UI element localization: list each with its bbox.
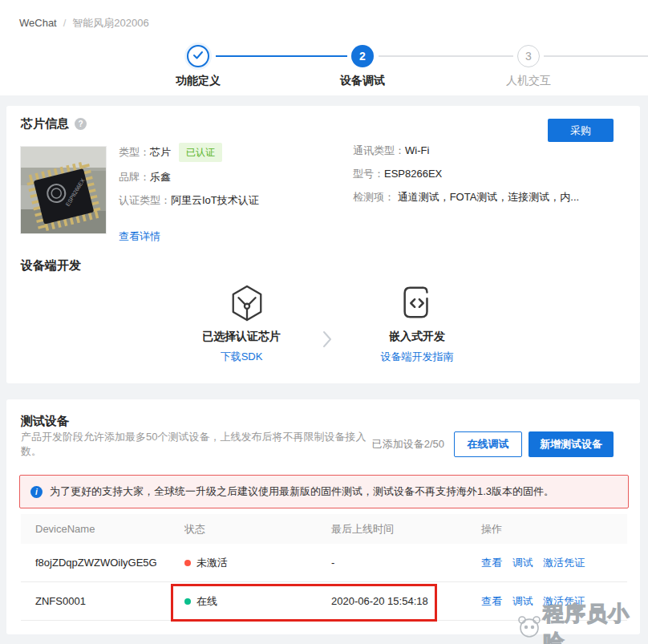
test-devices-subtitle: 产品开发阶段允许添加最多50个测试设备，上线发布后将不再限制设备接入数。 <box>21 430 372 459</box>
chip-brand-field: 品牌：乐鑫 <box>119 169 343 185</box>
test-devices-card: 测试设备 产品开发阶段允许添加最多50个测试设备，上线发布后将不再限制设备接入数… <box>6 399 640 634</box>
step-1-label: 功能定义 <box>150 74 246 88</box>
header-actions: 操作 <box>481 522 627 537</box>
breadcrumb: WeChat/智能风扇202006 <box>19 16 149 30</box>
test-devices-title: 测试设备 <box>21 414 69 429</box>
add-test-device-button[interactable]: 新增测试设备 <box>529 431 614 457</box>
table-row: ZNFS0001 在线 2020-06-20 15:54:18 查看 调试 激活… <box>21 582 627 621</box>
debug-action-link[interactable]: 调试 <box>512 595 533 607</box>
last-online-cell: - <box>331 557 481 569</box>
firmware-notice-banner: i 为了更好的支持大家，全球统一升级之后建议使用最新版的固件测试，测试设备不再支… <box>19 475 629 508</box>
device-name-cell: ZNFS0001 <box>35 595 184 607</box>
download-sdk-link[interactable]: 下载SDK <box>221 350 263 363</box>
header-status: 状态 <box>184 522 331 537</box>
breadcrumb-separator: / <box>63 17 67 29</box>
device-table: DeviceName 状态 最后上线时间 操作 f8ojZDqpZWZWOily… <box>21 514 627 621</box>
chip-fields-left: 类型：芯片已认证 品牌：乐鑫 认证类型：阿里云IoT技术认证 查看详情 <box>119 143 343 245</box>
chip-fields-right: 通讯类型：Wi-Fi 型号：ESP8266EX 检测项： 通道测试，FOTA测试… <box>353 143 626 213</box>
device-dev-guide-link[interactable]: 设备端开发指南 <box>381 350 454 363</box>
debug-action-link[interactable]: 调试 <box>512 557 533 569</box>
status-cell: 未激活 <box>184 556 331 570</box>
breadcrumb-root[interactable]: WeChat <box>19 17 57 29</box>
chip-hexagon-icon <box>229 284 265 326</box>
actions-cell: 查看 调试 激活凭证 <box>481 556 627 570</box>
view-action-link[interactable]: 查看 <box>481 595 502 607</box>
last-online-cell: 2020-06-20 15:54:18 <box>331 595 481 607</box>
step-connector-done <box>216 55 347 57</box>
table-header-row: DeviceName 状态 最后上线时间 操作 <box>21 514 627 544</box>
table-row: f8ojZDqpZWZWOilyGE5G 未激活 - 查看 调试 激活凭证 <box>21 544 627 582</box>
chip-photo: ESP8266EX <box>20 146 107 234</box>
header: WeChat/智能风扇202006 2 3 功能定义 设备调试 人机交互 <box>0 0 648 95</box>
step-connector-pending-2 <box>544 55 648 57</box>
check-icon <box>192 50 204 63</box>
chip-info-card: 芯片信息? 采购 ESP8266EX 类型：芯片已认证 <box>6 106 640 383</box>
embedded-dev-title: 嵌入式开发 <box>345 330 489 344</box>
dev-guide-wrap: 设备端开发指南 <box>345 349 489 364</box>
online-debug-button[interactable]: 在线调试 <box>454 431 522 457</box>
device-dev-title: 设备端开发 <box>21 258 81 273</box>
header-device-name: DeviceName <box>35 523 184 535</box>
certified-badge: 已认证 <box>179 143 222 162</box>
step-3-label: 人机交互 <box>480 74 577 88</box>
chip-test-items-field: 检测项： 通道测试，FOTA测试，连接测试，内... <box>353 189 626 205</box>
added-device-count: 已添加设备2/50 <box>372 437 444 452</box>
credentials-action-link[interactable]: 激活凭证 <box>543 557 585 569</box>
header-last-online: 最后上线时间 <box>331 522 481 537</box>
status-inactive-dot <box>184 560 191 566</box>
status-cell: 在线 <box>184 594 331 609</box>
test-devices-toolbar: 产品开发阶段允许添加最多50个测试设备，上线发布后将不再限制设备接入数。 已添加… <box>21 431 614 457</box>
help-icon[interactable]: ? <box>75 118 87 130</box>
chip-section-title: 芯片信息? <box>21 116 87 132</box>
chip-comm-field: 通讯类型：Wi-Fi <box>353 143 626 159</box>
chip-model-field: 型号：ESP8266EX <box>353 166 626 182</box>
view-action-link[interactable]: 查看 <box>481 557 502 569</box>
buy-button[interactable]: 采购 <box>548 119 614 142</box>
step-1-circle[interactable] <box>187 45 209 67</box>
chevron-right-icon <box>322 330 332 351</box>
status-online-dot <box>184 598 191 605</box>
chip-type-field: 类型：芯片已认证 <box>119 143 343 162</box>
actions-cell: 查看 调试 激活凭证 <box>481 594 627 609</box>
step-connector-pending-1 <box>379 55 513 57</box>
chip-cert-type-field: 认证类型：阿里云IoT技术认证 <box>119 192 343 209</box>
step-2-label: 设备调试 <box>314 74 411 88</box>
page: WeChat/智能风扇202006 2 3 功能定义 设备调试 人机交互 芯片信… <box>0 0 648 644</box>
step-2-circle[interactable]: 2 <box>351 45 374 67</box>
download-sdk-wrap: 下载SDK <box>169 349 314 364</box>
notice-text: 为了更好的支持大家，全球统一升级之后建议使用最新版的固件测试，测试设备不再支持海… <box>50 484 554 499</box>
step-3-circle[interactable]: 3 <box>517 45 540 67</box>
breadcrumb-current: 智能风扇202006 <box>72 17 148 29</box>
info-icon: i <box>30 486 43 498</box>
credentials-action-link[interactable]: 激活凭证 <box>543 595 585 607</box>
view-detail-link[interactable]: 查看详情 <box>119 229 160 245</box>
device-name-cell: f8ojZDqpZWZWOilyGE5G <box>35 557 184 569</box>
embedded-dev-icon <box>399 284 435 326</box>
selected-chip-title: 已选择认证芯片 <box>169 330 314 344</box>
